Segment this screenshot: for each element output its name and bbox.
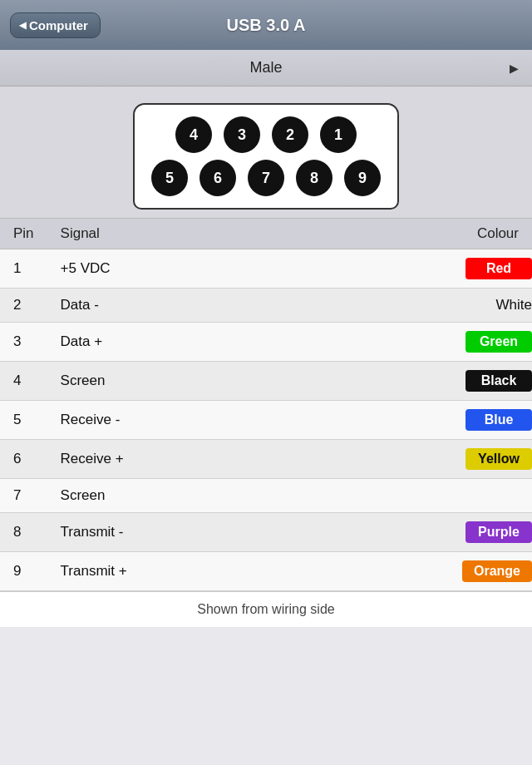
pin-circle: 3 <box>224 116 260 153</box>
colour-badge: Blue <box>466 409 532 431</box>
bottom-pin-row: 56789 <box>151 160 381 196</box>
pin-table: Pin Signal Colour 1+5 VDCRed2Data -White… <box>0 219 532 591</box>
table-row: 2Data -White <box>0 289 532 323</box>
colour-badge: Purple <box>466 521 532 543</box>
connector-diagram: 4321 56789 <box>0 86 532 219</box>
footer-note: Shown from wiring side <box>0 591 532 627</box>
pin-circle: 7 <box>248 160 284 196</box>
cell-colour <box>303 479 532 513</box>
cell-colour: Orange <box>303 552 532 591</box>
pin-circle: 9 <box>344 160 381 196</box>
cell-signal: Screen <box>47 362 303 401</box>
back-button-label: Computer <box>29 18 88 32</box>
cell-signal: +5 VDC <box>47 249 303 289</box>
page-title: USB 3.0 A <box>227 16 306 35</box>
gender-label: Male <box>249 59 282 76</box>
colour-badge: Green <box>466 331 532 353</box>
gender-arrow-icon: ▶ <box>510 62 519 75</box>
cell-colour: White <box>303 289 532 323</box>
cell-pin: 5 <box>0 401 47 440</box>
pin-circle: 8 <box>296 160 332 196</box>
pin-circle: 4 <box>175 116 212 153</box>
connector-box: 4321 56789 <box>133 103 399 210</box>
pin-circle: 5 <box>151 160 188 196</box>
header: Computer USB 3.0 A <box>0 0 532 50</box>
footer-note-text: Shown from wiring side <box>197 602 334 616</box>
pin-circle: 6 <box>200 160 236 196</box>
cell-pin: 7 <box>0 479 47 513</box>
colour-badge: Black <box>466 370 532 392</box>
table-row: 6Receive +Yellow <box>0 440 532 479</box>
cell-signal: Screen <box>47 479 303 513</box>
back-button[interactable]: Computer <box>10 12 101 38</box>
table-row: 3Data +Green <box>0 323 532 362</box>
cell-pin: 3 <box>0 323 47 362</box>
colour-text: White <box>496 297 532 313</box>
pin-circle: 2 <box>272 116 308 153</box>
table-body: 1+5 VDCRed2Data -White3Data +Green4Scree… <box>0 249 532 591</box>
cell-colour: Green <box>303 323 532 362</box>
table-row: 4ScreenBlack <box>0 362 532 401</box>
table-header: Pin Signal Colour <box>0 219 532 249</box>
cell-pin: 1 <box>0 249 47 289</box>
cell-colour: Red <box>303 249 532 289</box>
cell-pin: 6 <box>0 440 47 479</box>
cell-colour: Yellow <box>303 440 532 479</box>
colour-badge: Yellow <box>466 448 532 470</box>
pin-table-section: Pin Signal Colour 1+5 VDCRed2Data -White… <box>0 219 532 591</box>
colour-badge: Red <box>466 258 532 279</box>
cell-colour: Black <box>303 362 532 401</box>
cell-signal: Receive + <box>47 440 303 479</box>
cell-signal: Receive - <box>47 401 303 440</box>
pin-circle: 1 <box>320 116 357 153</box>
cell-pin: 4 <box>0 362 47 401</box>
col-header-pin: Pin <box>0 219 47 249</box>
cell-colour: Blue <box>303 401 532 440</box>
cell-colour: Purple <box>303 513 532 552</box>
cell-signal: Data + <box>47 323 303 362</box>
table-row: 5Receive -Blue <box>0 401 532 440</box>
cell-signal: Data - <box>47 289 303 323</box>
top-pin-row: 4321 <box>175 116 357 153</box>
cell-signal: Transmit - <box>47 513 303 552</box>
col-header-colour: Colour <box>303 219 532 249</box>
colour-badge: Orange <box>462 560 532 582</box>
gender-row[interactable]: Male ▶ <box>0 50 532 86</box>
table-row: 9Transmit +Orange <box>0 552 532 591</box>
cell-signal: Transmit + <box>47 552 303 591</box>
cell-pin: 2 <box>0 289 47 323</box>
cell-pin: 9 <box>0 552 47 591</box>
table-row: 8Transmit -Purple <box>0 513 532 552</box>
col-header-signal: Signal <box>47 219 303 249</box>
cell-pin: 8 <box>0 513 47 552</box>
table-row: 1+5 VDCRed <box>0 249 532 289</box>
table-row: 7Screen <box>0 479 532 513</box>
